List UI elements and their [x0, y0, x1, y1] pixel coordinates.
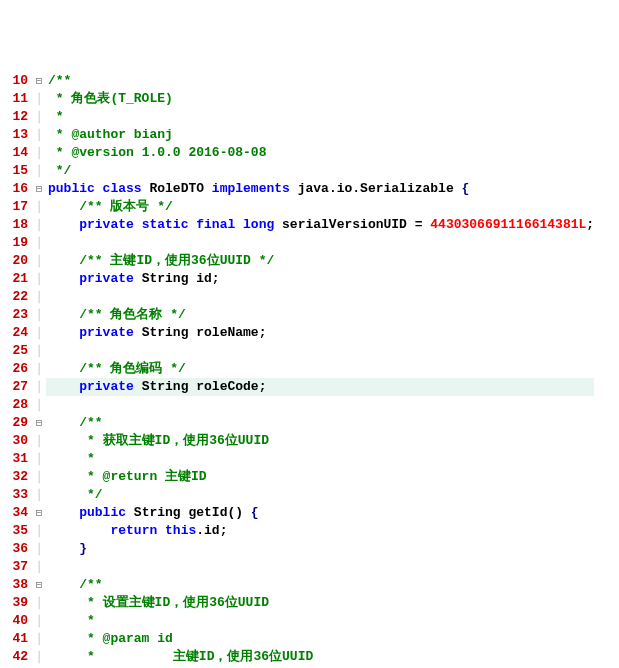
gutter-row: 10⊟	[0, 72, 46, 90]
fold-toggle-icon[interactable]: ⊟	[32, 504, 46, 522]
fold-toggle-icon[interactable]: ⊟	[32, 576, 46, 594]
indent	[48, 91, 56, 106]
line-number: 40	[0, 612, 32, 630]
gutter-row: 13│	[0, 126, 46, 144]
fold-guide-icon: │	[32, 594, 46, 612]
code-line[interactable]: }	[46, 540, 594, 558]
fold-toggle-icon[interactable]: ⊟	[32, 414, 46, 432]
line-number: 27	[0, 378, 32, 396]
code-line[interactable]: private static final long serialVersionU…	[46, 216, 594, 234]
code-line[interactable]: return this.id;	[46, 522, 594, 540]
fold-guide-icon: │	[32, 198, 46, 216]
token: 4430306691116614381L	[430, 217, 586, 232]
code-area[interactable]: /** * 角色表(T_ROLE) * * @author bianj * @v…	[46, 72, 594, 668]
code-line[interactable]	[46, 288, 594, 306]
token: }	[79, 541, 87, 556]
indent	[48, 361, 79, 376]
code-line[interactable]: public String getId() {	[46, 504, 594, 522]
gutter-row: 30│	[0, 432, 46, 450]
gutter-row: 11│	[0, 90, 46, 108]
gutter-row: 18│	[0, 216, 46, 234]
gutter-row: 40│	[0, 612, 46, 630]
line-number: 13	[0, 126, 32, 144]
fold-toggle-icon[interactable]: ⊟	[32, 72, 46, 90]
code-line[interactable]: /**	[46, 576, 594, 594]
token: *	[87, 451, 95, 466]
code-line[interactable]: private String roleCode;	[46, 378, 594, 396]
token: /**	[79, 577, 102, 592]
code-line[interactable]: private String id;	[46, 270, 594, 288]
fold-guide-icon: │	[32, 324, 46, 342]
line-number: 34	[0, 504, 32, 522]
gutter-row: 23│	[0, 306, 46, 324]
gutter-row: 39│	[0, 594, 46, 612]
fold-guide-icon: │	[32, 630, 46, 648]
code-line[interactable]: */	[46, 486, 594, 504]
code-line[interactable]	[46, 396, 594, 414]
indent	[48, 415, 79, 430]
indent	[48, 433, 87, 448]
indent	[48, 613, 87, 628]
token: * @version 1.0.0 2016-08-08	[56, 145, 267, 160]
code-line[interactable]	[46, 558, 594, 576]
code-line[interactable]: /**	[46, 72, 594, 90]
fold-guide-icon: │	[32, 468, 46, 486]
code-line[interactable]: *	[46, 450, 594, 468]
code-line[interactable]: * 主键ID，使用36位UUID	[46, 648, 594, 666]
code-line[interactable]: * @version 1.0.0 2016-08-08	[46, 144, 594, 162]
code-line[interactable]: * @param id	[46, 630, 594, 648]
gutter-row: 20│	[0, 252, 46, 270]
line-number: 26	[0, 360, 32, 378]
line-number: 35	[0, 522, 32, 540]
fold-guide-icon: │	[32, 108, 46, 126]
line-number: 24	[0, 324, 32, 342]
code-line[interactable]: * 获取主键ID，使用36位UUID	[46, 432, 594, 450]
code-line[interactable]: /**	[46, 414, 594, 432]
gutter-row: 27│	[0, 378, 46, 396]
gutter-row: 14│	[0, 144, 46, 162]
code-line[interactable]: *	[46, 108, 594, 126]
code-line[interactable]: * @return 主键ID	[46, 468, 594, 486]
line-number: 39	[0, 594, 32, 612]
line-number: 33	[0, 486, 32, 504]
code-line[interactable]: * 角色表(T_ROLE)	[46, 90, 594, 108]
code-line[interactable]	[46, 234, 594, 252]
code-line[interactable]: /** 版本号 */	[46, 198, 594, 216]
indent	[48, 127, 56, 142]
indent	[48, 523, 110, 538]
fold-guide-icon: │	[32, 126, 46, 144]
code-line[interactable]: */	[46, 162, 594, 180]
fold-toggle-icon[interactable]: ⊟	[32, 180, 46, 198]
code-line[interactable]: *	[46, 612, 594, 630]
token: String getId()	[134, 505, 251, 520]
code-line[interactable]: public class RoleDTO implements java.io.…	[46, 180, 594, 198]
gutter-row: 15│	[0, 162, 46, 180]
fold-guide-icon: │	[32, 288, 46, 306]
token: implements	[212, 181, 298, 196]
gutter-row: 38⊟	[0, 576, 46, 594]
token: java.io.Serializable	[298, 181, 462, 196]
fold-guide-icon: │	[32, 162, 46, 180]
code-line[interactable]: /** 角色编码 */	[46, 360, 594, 378]
line-number: 41	[0, 630, 32, 648]
code-line[interactable]: * @author bianj	[46, 126, 594, 144]
code-editor[interactable]: 10⊟11│12│13│14│15│16⊟17│18│19│20│21│22│2…	[0, 72, 619, 668]
indent	[48, 649, 87, 664]
line-number: 22	[0, 288, 32, 306]
gutter-row: 35│	[0, 522, 46, 540]
token: {	[462, 181, 470, 196]
fold-guide-icon: │	[32, 432, 46, 450]
indent	[48, 595, 87, 610]
indent	[48, 163, 56, 178]
code-line[interactable]: * 设置主键ID，使用36位UUID	[46, 594, 594, 612]
code-line[interactable]	[46, 342, 594, 360]
gutter-row: 29⊟	[0, 414, 46, 432]
code-line[interactable]: private String roleName;	[46, 324, 594, 342]
fold-guide-icon: │	[32, 558, 46, 576]
fold-guide-icon: │	[32, 306, 46, 324]
fold-guide-icon: │	[32, 486, 46, 504]
code-line[interactable]: /** 角色名称 */	[46, 306, 594, 324]
token: /** 版本号 */	[79, 199, 173, 214]
line-number: 14	[0, 144, 32, 162]
code-line[interactable]: /** 主键ID，使用36位UUID */	[46, 252, 594, 270]
